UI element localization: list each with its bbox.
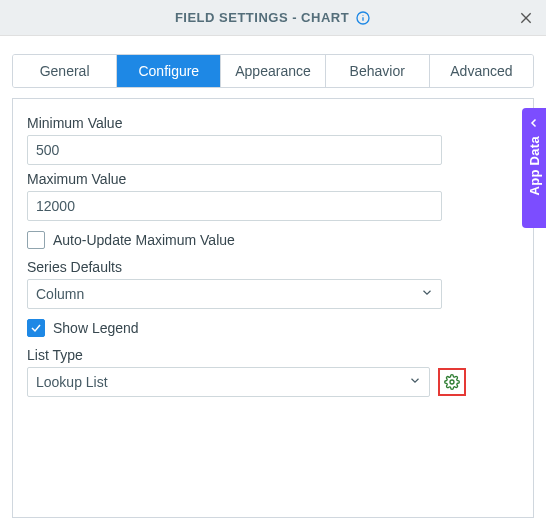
info-icon[interactable] [355, 10, 371, 26]
series-defaults-select-wrap [27, 279, 442, 309]
dialog-title: FIELD SETTINGS - CHART [175, 10, 349, 25]
list-type-select-wrap [27, 367, 430, 397]
maximum-value-input[interactable] [27, 191, 442, 221]
dialog-title-wrap: FIELD SETTINGS - CHART [175, 10, 371, 26]
show-legend-label: Show Legend [53, 320, 139, 336]
maximum-value-label: Maximum Value [27, 171, 519, 187]
show-legend-row: Show Legend [27, 319, 519, 337]
list-type-select[interactable] [27, 367, 430, 397]
app-data-label: App Data [527, 136, 542, 195]
tab-appearance[interactable]: Appearance [221, 55, 325, 87]
series-defaults-label: Series Defaults [27, 259, 519, 275]
svg-point-2 [363, 14, 364, 15]
list-type-label: List Type [27, 347, 519, 363]
show-legend-checkbox[interactable] [27, 319, 45, 337]
tab-advanced[interactable]: Advanced [430, 55, 533, 87]
list-type-settings-button[interactable] [438, 368, 466, 396]
minimum-value-label: Minimum Value [27, 115, 519, 131]
tab-configure[interactable]: Configure [117, 55, 221, 87]
minimum-value-input[interactable] [27, 135, 442, 165]
auto-update-row: Auto-Update Maximum Value [27, 231, 519, 249]
svg-point-5 [450, 380, 454, 384]
tab-behavior[interactable]: Behavior [326, 55, 430, 87]
app-data-side-tab[interactable]: App Data [522, 108, 546, 228]
tab-general[interactable]: General [13, 55, 117, 87]
chevron-left-icon [528, 116, 540, 132]
close-button[interactable] [518, 10, 534, 26]
list-type-row [27, 367, 519, 397]
tab-bar: General Configure Appearance Behavior Ad… [12, 54, 534, 88]
configure-panel: Minimum Value Maximum Value Auto-Update … [12, 98, 534, 518]
auto-update-label: Auto-Update Maximum Value [53, 232, 235, 248]
dialog-header: FIELD SETTINGS - CHART [0, 0, 546, 36]
auto-update-checkbox[interactable] [27, 231, 45, 249]
series-defaults-select[interactable] [27, 279, 442, 309]
